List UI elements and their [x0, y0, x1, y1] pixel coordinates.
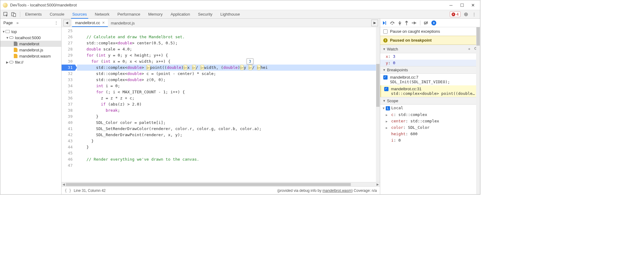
- device-toggle-icon[interactable]: [10, 11, 17, 18]
- vertical-scrollbar[interactable]: [476, 27, 480, 194]
- tree-file-mandelbrot-js[interactable]: mandelbrot.js: [0, 47, 61, 53]
- panel-tabs: Elements Console Sources Network Perform…: [22, 10, 450, 19]
- scrollbar-thumb[interactable]: [66, 183, 351, 186]
- gear-icon[interactable]: [462, 11, 470, 18]
- tree-top[interactable]: ▼top: [0, 28, 61, 35]
- debug-source-info: (provided via debug info by mandelbrot.w…: [277, 188, 377, 193]
- scrollbar-thumb[interactable]: [476, 27, 480, 46]
- close-icon[interactable]: ✕: [102, 21, 105, 25]
- svg-point-4: [465, 14, 467, 15]
- tree-file-origin[interactable]: ▶file://: [0, 59, 61, 65]
- step-into-icon[interactable]: [398, 21, 402, 25]
- app-icon: [3, 3, 8, 8]
- pause-on-exceptions-icon[interactable]: II: [431, 21, 436, 25]
- nav-toggle-right-icon[interactable]: ▶: [371, 20, 378, 26]
- tree-file-mandelbrot[interactable]: mandelbrot: [0, 41, 61, 47]
- window-icon: [6, 30, 10, 33]
- step-icon[interactable]: [411, 21, 416, 25]
- scope-variable[interactable]: height: 600: [380, 131, 480, 137]
- tab-elements[interactable]: Elements: [24, 10, 43, 19]
- watch-item[interactable]: x: 3: [380, 53, 480, 60]
- inspect-icon[interactable]: [2, 11, 9, 18]
- tab-sources[interactable]: Sources: [71, 10, 88, 19]
- code-editor[interactable]: 2526272829303132333435363738394041424344…: [62, 27, 380, 182]
- wasm-link[interactable]: mandelbrot.wasm: [323, 188, 352, 193]
- kebab-icon[interactable]: ⋮: [470, 11, 478, 18]
- local-badge-icon: L: [386, 106, 390, 110]
- tree-file-mandelbrot-wasm[interactable]: mandelbrot.wasm: [0, 53, 61, 59]
- pretty-print-icon[interactable]: { }: [65, 188, 71, 193]
- tab-lighthouse[interactable]: Lighthouse: [219, 10, 241, 19]
- watch-header[interactable]: ▼Watch ＋⟳: [380, 45, 480, 53]
- scroll-left-icon[interactable]: ◀: [62, 183, 66, 186]
- scope-header[interactable]: ▼Scope: [380, 97, 480, 105]
- tab-application[interactable]: Application: [169, 10, 191, 19]
- tab-security[interactable]: Security: [197, 10, 214, 19]
- checkbox[interactable]: [384, 87, 388, 91]
- code-area[interactable]: // Calculate and draw the Mandelbrot set…: [75, 27, 380, 169]
- cloud-icon: [9, 61, 13, 63]
- step-out-icon[interactable]: [405, 21, 408, 25]
- breakpoint-item-active[interactable]: mandelbrot.cc:31 std::complex<double> po…: [380, 85, 480, 97]
- pause-on-caught-row[interactable]: Pause on caught exceptions: [380, 27, 480, 36]
- error-count: 4: [456, 12, 459, 17]
- window-title: DevTools - localhost:5000/mandelbrot: [10, 3, 449, 7]
- scope-variable[interactable]: ▶ c: std::complex: [380, 111, 480, 118]
- svg-rect-5: [385, 21, 386, 25]
- scope-variable[interactable]: i: 0: [380, 137, 480, 144]
- gutter[interactable]: 2526272829303132333435363738394041424344…: [62, 27, 75, 182]
- info-icon: i: [383, 38, 388, 43]
- tree-origin[interactable]: ▼localhost:5000: [0, 35, 61, 41]
- navigator-header: Page » ⋮: [0, 19, 61, 27]
- value-tooltip: 3: [247, 58, 253, 64]
- scrollbar-thumb[interactable]: [376, 64, 380, 107]
- tab-performance[interactable]: Performance: [116, 10, 141, 19]
- svg-point-9: [415, 22, 416, 23]
- kebab-icon[interactable]: ⋮: [54, 21, 58, 25]
- error-badge[interactable]: ✕ 4: [450, 11, 460, 17]
- file-tab-other[interactable]: mandelbrot.js: [108, 19, 138, 27]
- tab-network[interactable]: Network: [94, 10, 111, 19]
- tab-memory[interactable]: Memory: [147, 10, 164, 19]
- scope-variable[interactable]: ▶ color: SDL_Color: [380, 124, 480, 131]
- main-toolbar: Elements Console Sources Network Perform…: [0, 10, 480, 19]
- nav-toggle-left-icon[interactable]: ◀: [63, 20, 70, 26]
- error-icon: ✕: [452, 13, 455, 16]
- debug-controls: II: [380, 19, 480, 27]
- horizontal-scrollbar[interactable]: ◀ ▶: [62, 182, 380, 186]
- navigator-pane: Page » ⋮ ▼top ▼localhost:5000 mandelbrot…: [0, 19, 62, 194]
- titlebar: DevTools - localhost:5000/mandelbrot ─ ☐…: [0, 0, 480, 10]
- debugger-pane: II Pause on caught exceptions i Paused o…: [380, 19, 480, 194]
- scope-local[interactable]: ▼LLocal: [380, 105, 480, 111]
- close-button[interactable]: ✕: [471, 3, 475, 7]
- file-tree: ▼top ▼localhost:5000 mandelbrot mandelbr…: [0, 27, 61, 66]
- tab-console[interactable]: Console: [48, 10, 66, 19]
- checkbox[interactable]: [383, 29, 388, 34]
- deactivate-breakpoints-icon[interactable]: [424, 21, 428, 25]
- chevron-right-icon[interactable]: »: [16, 21, 18, 25]
- editor-statusbar: { } Line 31, Column 42 (provided via deb…: [62, 186, 380, 194]
- vertical-scrollbar[interactable]: [376, 27, 380, 182]
- breakpoints-header[interactable]: ▼Breakpoints: [380, 66, 480, 74]
- watch-item[interactable]: y: 0: [380, 60, 480, 66]
- minimize-button[interactable]: ─: [449, 3, 453, 7]
- resume-icon[interactable]: [383, 21, 387, 25]
- step-over-icon[interactable]: [390, 21, 395, 25]
- add-watch-icon[interactable]: ＋: [467, 46, 471, 52]
- scroll-right-icon[interactable]: ▶: [376, 183, 380, 186]
- svg-point-8: [406, 24, 407, 25]
- cursor-position: Line 31, Column 42: [74, 188, 106, 193]
- file-icon: [14, 54, 17, 58]
- file-tab-active[interactable]: mandelbrot.cc✕: [72, 19, 108, 27]
- checkbox[interactable]: [383, 75, 388, 80]
- svg-point-6: [392, 24, 393, 24]
- svg-point-7: [400, 24, 400, 25]
- paused-banner: i Paused on breakpoint: [380, 36, 480, 45]
- breakpoint-item[interactable]: mandelbrot.cc:7 SDL_Init(SDL_INIT_VIDEO)…: [380, 74, 480, 85]
- navigator-tab-page[interactable]: Page: [3, 21, 13, 25]
- maximize-button[interactable]: ☐: [460, 3, 464, 7]
- file-icon: [14, 42, 17, 46]
- scope-variable[interactable]: ▶ center: std::complex: [380, 118, 480, 124]
- cloud-icon: [9, 36, 13, 39]
- svg-rect-2: [13, 13, 16, 17]
